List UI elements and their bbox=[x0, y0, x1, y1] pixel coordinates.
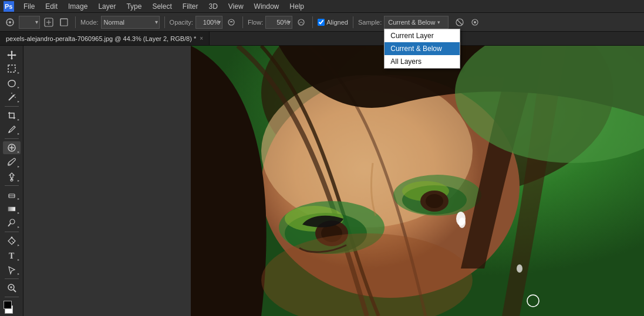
svg-line-17 bbox=[14, 94, 15, 95]
brush-angle-icon[interactable] bbox=[58, 16, 70, 29]
svg-point-3 bbox=[9, 21, 11, 23]
menu-window[interactable]: Window bbox=[249, 1, 284, 12]
menu-3d[interactable]: 3D bbox=[204, 1, 222, 12]
tool-sep1 bbox=[5, 106, 19, 107]
flow-wrapper bbox=[265, 16, 292, 29]
svg-rect-7 bbox=[60, 19, 68, 26]
aligned-checkbox[interactable] bbox=[318, 19, 325, 26]
tool-sep2 bbox=[5, 138, 19, 139]
sample-option-current-layer[interactable]: Current Layer bbox=[385, 29, 460, 42]
active-tab[interactable]: pexels-alejandro-peralta-7060965.jpg @ 4… bbox=[0, 32, 210, 45]
marquee-tool[interactable]: ▸ bbox=[3, 62, 21, 75]
aligned-checkbox-label[interactable]: Aligned bbox=[318, 19, 348, 26]
svg-line-35 bbox=[14, 290, 16, 292]
crop-tool[interactable]: ▸ bbox=[3, 109, 21, 122]
aligned-text: Aligned bbox=[326, 19, 348, 26]
tool-preset-icon[interactable] bbox=[4, 16, 16, 29]
sep5 bbox=[353, 16, 353, 28]
menu-view[interactable]: View bbox=[224, 1, 248, 12]
pen-tool[interactable]: ▸ bbox=[3, 235, 21, 247]
tool-sep4 bbox=[5, 232, 19, 232]
svg-line-15 bbox=[9, 96, 14, 100]
gradient-tool[interactable]: ▸ bbox=[3, 202, 21, 215]
brush-size-wrapper: 50 bbox=[19, 16, 40, 29]
foreground-color bbox=[4, 301, 12, 309]
menu-help[interactable]: Help bbox=[285, 1, 309, 12]
canvas-image[interactable] bbox=[191, 46, 644, 316]
menu-type[interactable]: Type bbox=[122, 1, 146, 12]
brush-preset-icon[interactable] bbox=[42, 16, 55, 29]
brush-size-input[interactable]: 50 bbox=[19, 16, 40, 29]
menu-file[interactable]: File bbox=[19, 1, 39, 12]
sample-select-button[interactable]: Current & Below ▾ bbox=[384, 16, 449, 29]
menu-layer[interactable]: Layer bbox=[93, 1, 120, 12]
healing-brush-tool[interactable]: ▸ bbox=[3, 141, 21, 154]
opacity-input[interactable] bbox=[195, 16, 222, 29]
tool-sep5 bbox=[5, 278, 19, 279]
toolbar: 50 Mode: Normal Opacity: Flow: bbox=[0, 13, 644, 32]
lasso-tool[interactable]: ▸ bbox=[3, 76, 21, 89]
chevron-down-icon: ▾ bbox=[437, 19, 440, 25]
brush-tool[interactable]: ▸ bbox=[3, 155, 21, 168]
sample-option-all-layers[interactable]: All Layers bbox=[385, 55, 460, 68]
mode-select-wrapper: Normal bbox=[101, 16, 160, 29]
ps-logo: Ps bbox=[2, 0, 15, 13]
flow-pressure-icon[interactable] bbox=[295, 16, 308, 29]
svg-point-57 bbox=[517, 264, 522, 273]
opacity-wrapper bbox=[195, 16, 222, 29]
canvas-area bbox=[23, 46, 644, 316]
sep3 bbox=[242, 16, 243, 28]
svg-point-56 bbox=[458, 218, 466, 228]
svg-point-13 bbox=[474, 21, 476, 23]
clone-stamp-tool[interactable]: ▸ bbox=[3, 170, 21, 183]
magic-wand-tool[interactable]: ▸ bbox=[3, 91, 21, 104]
svg-point-51 bbox=[426, 194, 443, 208]
menu-select[interactable]: Select bbox=[147, 1, 176, 12]
menu-edit[interactable]: Edit bbox=[41, 1, 62, 12]
svg-point-20 bbox=[8, 131, 10, 133]
tab-close-button[interactable]: × bbox=[200, 35, 203, 42]
canvas-dark-panel bbox=[23, 46, 191, 316]
tool-sep6 bbox=[5, 297, 19, 297]
svg-line-30 bbox=[8, 223, 11, 226]
dodge-tool[interactable]: ▸ bbox=[3, 216, 21, 229]
menu-filter[interactable]: Filter bbox=[178, 1, 203, 12]
canvas-photo-svg bbox=[191, 46, 644, 316]
tool-sep3 bbox=[5, 185, 19, 186]
sep2 bbox=[164, 16, 165, 28]
ignore-adjustment-icon[interactable] bbox=[453, 16, 466, 29]
sample-value-text: Current & Below bbox=[388, 19, 435, 26]
sample-dropdown-menu: Current Layer Current & Below All Layers bbox=[384, 29, 460, 69]
svg-text:Ps: Ps bbox=[5, 3, 12, 10]
svg-point-29 bbox=[10, 219, 15, 224]
mode-select[interactable]: Normal bbox=[101, 16, 160, 29]
sep1 bbox=[75, 16, 76, 28]
mode-label: Mode: bbox=[80, 19, 99, 26]
tabbar: pexels-alejandro-peralta-7060965.jpg @ 4… bbox=[0, 32, 644, 46]
eraser-tool[interactable]: ▸ bbox=[3, 188, 21, 201]
path-selection-tool[interactable]: ▸ bbox=[3, 263, 21, 276]
menu-image[interactable]: Image bbox=[63, 1, 92, 12]
sample-label: Sample: bbox=[358, 19, 382, 26]
eyedropper-tool[interactable]: ▸ bbox=[3, 123, 21, 136]
tab-filename: pexels-alejandro-peralta-7060965.jpg @ 4… bbox=[6, 35, 196, 42]
flow-label: Flow: bbox=[248, 19, 263, 26]
menubar: Ps File Edit Image Layer Type Select Fil… bbox=[0, 0, 644, 13]
toolbox: ▸ ▸ ▸ ▸ bbox=[0, 46, 23, 316]
sample-dropdown-container: Current & Below ▾ Current Layer Current … bbox=[384, 16, 449, 29]
svg-rect-28 bbox=[8, 207, 15, 211]
clone-source-icon[interactable] bbox=[468, 16, 481, 29]
svg-point-31 bbox=[11, 237, 12, 239]
svg-text:T: T bbox=[9, 252, 15, 260]
sample-option-current-below[interactable]: Current & Below bbox=[385, 42, 460, 55]
sep4 bbox=[312, 16, 313, 28]
type-tool[interactable]: T ▸ bbox=[3, 249, 21, 261]
svg-line-11 bbox=[457, 20, 462, 25]
opacity-label: Opacity: bbox=[170, 19, 193, 26]
opacity-pressure-icon[interactable] bbox=[225, 16, 238, 29]
move-tool[interactable] bbox=[3, 48, 21, 61]
color-swatches[interactable] bbox=[4, 301, 20, 314]
flow-input[interactable] bbox=[265, 16, 292, 29]
zoom-tool[interactable] bbox=[3, 281, 21, 294]
main-area: ▸ ▸ ▸ ▸ bbox=[0, 46, 644, 316]
